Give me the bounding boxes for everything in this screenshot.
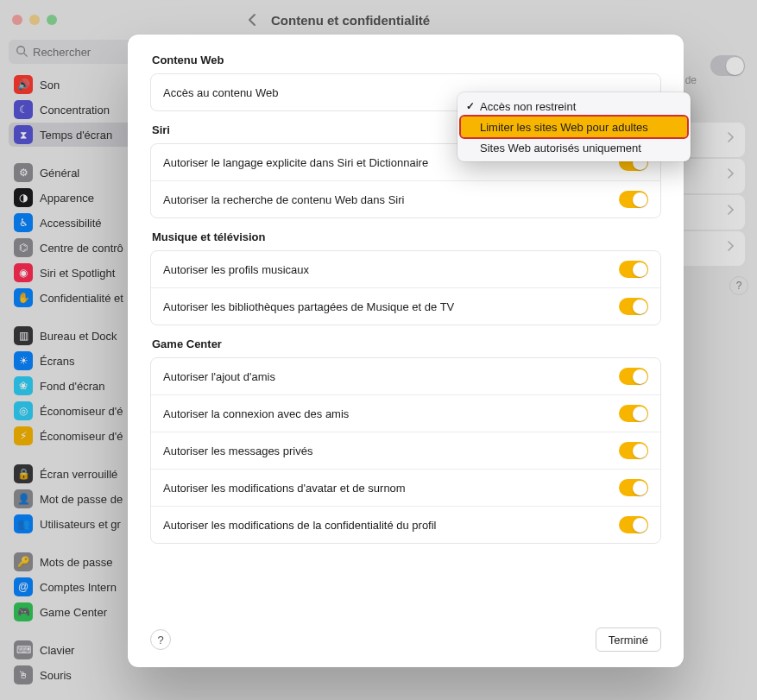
row-gc-connect-friends: Autoriser la connexion avec des amis [151,394,660,432]
back-button[interactable] [243,11,261,28]
sidebar-item-label: Bureau et Dock [40,330,117,343]
row-gc-add-friends-toggle[interactable] [619,368,648,385]
sidebar-item-screen-time-icon: ⧗ [14,125,33,144]
sidebar-item-desktop-dock-icon: ▥ [14,326,33,345]
row-gc-add-friends: Autoriser l'ajout d'amis [151,358,660,394]
dropdown-option-limit-adult[interactable]: Limiter les sites Web pour adultes [461,117,687,137]
chevron-right-icon [727,131,735,146]
sidebar-item-label: Confidentialité et [40,292,123,305]
row-music-profiles: Autoriser les profils musicaux [151,251,660,287]
sidebar-item-energy-icon: ⚡︎ [14,426,33,445]
sidebar-item-label: Fond d'écran [40,380,104,393]
row-shared-libraries-toggle[interactable] [619,298,648,315]
row-gc-connect-friends-toggle[interactable] [619,405,648,422]
sidebar-item-login-password-icon: 👤 [14,489,33,508]
sidebar-item-label: Concentration [40,104,110,117]
sidebar-item-lock-screen-icon: 🔒 [14,464,33,483]
section-game-center-title: Game Center [152,337,661,350]
help-button[interactable]: ? [150,629,171,650]
row-gc-profile-privacy-toggle[interactable] [619,516,648,533]
done-button-label: Terminé [609,634,648,646]
sidebar-item-passwords-icon: 🔑 [14,552,33,571]
row-gc-avatar-nickname: Autoriser les modifications d'avatar et … [151,469,660,506]
help-button-background: ? [729,276,748,295]
dropdown-option-label: Limiter les sites Web pour adultes [480,121,648,134]
row-music-profiles-toggle[interactable] [619,261,648,278]
page-title: Contenu et confidentialité [271,13,430,28]
chevron-right-icon [727,240,735,255]
dropdown-option-unrestricted[interactable]: ✓Accès non restreint [461,96,687,117]
sidebar-item-label: Mots de passe [40,556,113,569]
sidebar-item-accessibility-icon: ♿︎ [14,213,33,232]
sidebar-item-siri-spotlight-icon: ◉ [14,263,33,282]
minimize-window-button[interactable] [29,15,40,25]
system-settings-window: Contenu et confidentialité 🔊Son☾Concentr… [0,0,757,700]
sidebar-item-general-icon: ⚙ [14,163,33,182]
sidebar-item-wallpaper-icon: ❀ [14,376,33,395]
sidebar-item-label: Accessibilité [40,217,102,230]
check-icon: ✓ [466,100,475,112]
close-window-button[interactable] [12,15,22,25]
dropdown-option-label: Sites Web autorisés uniquement [480,142,641,155]
window-controls [12,15,57,25]
dropdown-option-label: Accès non restreint [480,100,576,113]
row-gc-private-messages-label: Autoriser les messages privés [163,445,312,457]
row-gc-connect-friends-label: Autoriser la connexion avec des amis [163,407,349,420]
sidebar-item-label: Temps d'écran [40,129,112,142]
row-gc-profile-privacy: Autoriser les modifications de la confid… [151,506,660,543]
row-web-content-access-label: Accès au contenu Web [163,86,278,99]
svg-line-1 [24,54,28,57]
sidebar-item-displays-icon: ☀ [14,351,33,370]
sidebar-item-focus-icon: ☾ [14,100,33,119]
sidebar-item-label: Utilisateurs et gr [40,518,121,531]
row-shared-libraries: Autoriser les bibliothèques partagées de… [151,287,660,325]
sidebar-item-label: Comptes Intern [40,581,117,594]
sidebar-item-label: Général [40,167,79,180]
sidebar-item-keyboard-icon: ⌨ [14,640,33,659]
sidebar-item-label: Écran verrouillé [40,468,117,481]
sidebar-item-label: Game Center [40,606,107,619]
sidebar-item-screensaver-icon: ◎ [14,401,33,420]
row-gc-private-messages-toggle[interactable] [619,442,648,459]
row-gc-add-friends-label: Autoriser l'ajout d'amis [163,370,275,383]
web-content-dropdown: ✓Accès non restreintLimiter les sites We… [457,92,691,161]
done-button[interactable]: Terminé [596,627,661,652]
sidebar-item-internet-accounts-icon: @ [14,577,33,596]
row-siri-web-search: Autoriser la recherche de contenu Web da… [151,180,660,218]
row-gc-private-messages: Autoriser les messages privés [151,432,660,469]
sidebar-item-users-groups-icon: 👥 [14,514,33,533]
row-shared-libraries-label: Autoriser les bibliothèques partagées de… [163,300,454,313]
sidebar-item-sound-icon: 🔊 [14,75,33,94]
background-toggle [710,55,745,76]
sidebar-item-label: Souris [40,669,72,682]
row-siri-web-search-label: Autoriser la recherche de contenu Web da… [163,193,404,206]
zoom-window-button[interactable] [47,15,57,25]
row-gc-avatar-nickname-label: Autoriser les modifications d'avatar et … [163,482,406,495]
row-music-profiles-label: Autoriser les profils musicaux [163,263,309,276]
sidebar-item-label: Apparence [40,192,94,205]
sidebar-item-privacy-icon: ✋ [14,288,33,307]
sidebar-item-label: Siri et Spotlight [40,267,115,280]
sidebar-item-label: Centre de contrô [40,242,123,255]
section-music-tv-title: Musique et télévision [152,230,661,243]
section-game-center: Autoriser l'ajout d'amisAutoriser la con… [150,357,661,544]
sidebar-item-appearance-icon: ◑ [14,188,33,207]
sidebar-item-label: Économiseur d'é [40,405,123,418]
row-gc-avatar-nickname-toggle[interactable] [619,479,648,496]
sidebar-item-mouse-icon: 🖱 [14,665,33,684]
chevron-right-icon [727,167,735,182]
sidebar-item-label: Mot de passe de [40,493,123,506]
sidebar-item-label: Économiseur d'é [40,430,123,443]
sidebar-item-control-center-icon: ⌬ [14,238,33,257]
row-siri-web-search-toggle[interactable] [619,191,648,208]
sidebar-item-label: Clavier [40,644,74,657]
dropdown-option-allowed-only[interactable]: Sites Web autorisés uniquement [461,137,687,158]
row-siri-explicit-label: Autoriser le langage explicite dans Siri… [163,156,428,169]
sidebar-item-game-center-icon: 🎮 [14,602,33,621]
search-icon [16,45,28,60]
chevron-right-icon [727,204,735,218]
help-icon: ? [157,634,163,646]
sidebar-item-label: Écrans [40,355,74,368]
section-web-content-title: Contenu Web [152,54,661,66]
section-music-tv: Autoriser les profils musicauxAutoriser … [150,250,661,325]
